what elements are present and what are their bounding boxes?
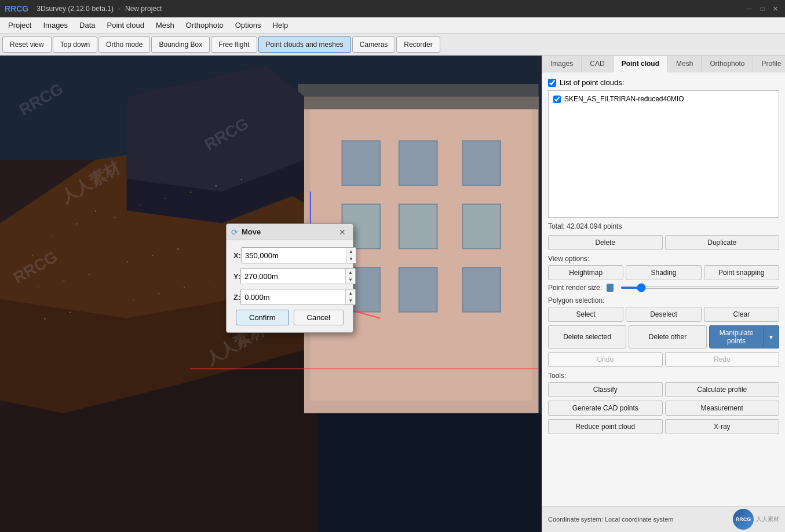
redo-button[interactable]: Redo xyxy=(665,352,780,367)
z-spinner-up[interactable]: ▲ xyxy=(346,289,355,297)
tools-label: Tools: xyxy=(548,372,779,380)
menu-images[interactable]: Images xyxy=(37,19,74,31)
viewport[interactable]: RRCG 人人素材 RRCG RRCG 人人素材 ⟳ Move ✕ X: ▲ ▼ xyxy=(0,56,542,532)
shading-button[interactable]: Shading xyxy=(626,265,701,280)
xray-button[interactable]: X-ray xyxy=(665,419,780,434)
manipulate-row: Manipulate points ▼ xyxy=(709,325,779,348)
rrcg-logo: RRCG 人人素材 xyxy=(733,509,779,530)
point-cloud-list-checkbox[interactable] xyxy=(548,79,556,87)
svg-rect-26 xyxy=(190,192,191,193)
reduce-point-cloud-button[interactable]: Reduce point cloud xyxy=(548,419,663,434)
panel-content: List of point clouds: SKEN_AS_FILTRIRAN-… xyxy=(542,72,785,506)
delete-manipulate-row: Delete selected Delete other Manipulate … xyxy=(548,325,779,348)
images-tab[interactable]: Images xyxy=(542,56,582,71)
z-spinner-down[interactable]: ▼ xyxy=(346,297,355,304)
close-btn[interactable]: ✕ xyxy=(770,3,780,14)
svg-rect-31 xyxy=(89,274,90,275)
rrcg-text: 人人素材 xyxy=(756,515,779,523)
free-flight-button[interactable]: Free flight xyxy=(211,36,257,53)
delete-button[interactable]: Delete xyxy=(548,235,663,250)
select-button[interactable]: Select xyxy=(548,307,623,322)
classify-button[interactable]: Classify xyxy=(548,382,663,397)
svg-rect-14 xyxy=(399,267,437,312)
svg-rect-45 xyxy=(209,280,210,281)
calculate-profile-button[interactable]: Calculate profile xyxy=(665,382,780,397)
menu-options[interactable]: Options xyxy=(229,19,267,31)
panel-tabs: Images CAD Point cloud Mesh Orthophoto P… xyxy=(542,56,785,72)
main-area: RRCG 人人素材 RRCG RRCG 人人素材 ⟳ Move ✕ X: ▲ ▼ xyxy=(0,56,785,532)
move-dialog-icon: ⟳ xyxy=(231,228,238,237)
cameras-button[interactable]: Cameras xyxy=(352,36,396,53)
manipulate-points-button[interactable]: Manipulate points xyxy=(709,325,764,348)
list-item: SKEN_AS_FILTRIRAN-reduced40MIO xyxy=(551,93,776,105)
cancel-button[interactable]: Cancel xyxy=(294,310,344,325)
svg-rect-25 xyxy=(165,198,166,199)
recorder-button[interactable]: Recorder xyxy=(396,36,440,53)
point-cloud-list-toggle-row: List of point clouds: xyxy=(548,78,779,87)
top-down-button[interactable]: Top down xyxy=(53,36,97,53)
minimize-btn[interactable]: ─ xyxy=(744,3,755,14)
point-snapping-button[interactable]: Point snapping xyxy=(704,265,779,280)
mesh-tab[interactable]: Mesh xyxy=(668,56,702,71)
total-points-info: Total: 42.024.094 points xyxy=(548,222,779,230)
maximize-btn[interactable]: □ xyxy=(757,3,768,14)
titlebar: RRCG 3Dsurvey (2.12.0-beta.1) - New proj… xyxy=(0,0,785,17)
heightmap-button[interactable]: Heightmap xyxy=(548,265,623,280)
move-dialog-body: X: ▲ ▼ Y: ▲ ▼ xyxy=(227,240,353,332)
manipulate-points-dropdown[interactable]: ▼ xyxy=(764,325,779,348)
svg-rect-20 xyxy=(50,236,52,237)
y-spinner-up[interactable]: ▲ xyxy=(346,269,355,276)
y-spinner-down[interactable]: ▼ xyxy=(346,276,355,284)
clear-button[interactable]: Clear xyxy=(704,307,779,322)
menu-orthophoto[interactable]: Orthophoto xyxy=(180,19,229,31)
y-label: Y: xyxy=(233,272,240,281)
point-render-size-slider[interactable] xyxy=(620,287,779,289)
delete-selected-button[interactable]: Delete selected xyxy=(548,325,626,348)
undo-button[interactable]: Undo xyxy=(548,352,663,367)
profile-tab[interactable]: Profile xyxy=(753,56,785,71)
y-input-wrap: ▲ ▼ xyxy=(240,268,356,284)
ortho-mode-button[interactable]: Ortho mode xyxy=(98,36,150,53)
point-cloud-tab[interactable]: Point cloud xyxy=(614,56,668,72)
menu-project[interactable]: Project xyxy=(2,19,37,31)
svg-rect-21 xyxy=(76,223,77,225)
svg-rect-9 xyxy=(462,141,501,185)
generate-cad-button[interactable]: Generate CAD points xyxy=(548,401,663,416)
x-spinner-up[interactable]: ▲ xyxy=(346,248,356,255)
confirm-button[interactable]: Confirm xyxy=(236,310,289,325)
cad-tab[interactable]: CAD xyxy=(582,56,613,71)
z-input[interactable] xyxy=(241,291,345,303)
move-dialog-close-btn[interactable]: ✕ xyxy=(337,226,348,238)
deselect-button[interactable]: Deselect xyxy=(626,307,701,322)
menu-point-cloud[interactable]: Point cloud xyxy=(101,19,150,31)
point-clouds-meshes-button[interactable]: Point clouds and meshes xyxy=(258,36,351,53)
svg-rect-34 xyxy=(177,248,178,250)
svg-rect-22 xyxy=(95,211,96,212)
delete-duplicate-row: Delete Duplicate xyxy=(548,235,779,250)
point-render-slider-wrap xyxy=(620,287,779,289)
measurement-button[interactable]: Measurement xyxy=(665,401,780,416)
status-bar: Coordinate system: Local coordinate syst… xyxy=(542,506,785,532)
svg-rect-23 xyxy=(114,217,115,218)
menu-mesh[interactable]: Mesh xyxy=(150,19,180,31)
x-input[interactable] xyxy=(242,250,346,262)
svg-rect-28 xyxy=(241,179,242,180)
x-spinner-down[interactable]: ▼ xyxy=(346,255,356,263)
move-dialog-title: Move xyxy=(242,228,337,236)
svg-rect-8 xyxy=(399,141,437,185)
y-field-row: Y: ▲ ▼ xyxy=(233,268,346,284)
point-cloud-item-checkbox[interactable] xyxy=(553,96,561,103)
delete-other-button[interactable]: Delete other xyxy=(629,325,707,348)
menu-help[interactable]: Help xyxy=(267,19,294,31)
reset-view-button[interactable]: Reset view xyxy=(2,36,52,53)
title-separator: - xyxy=(118,5,121,13)
duplicate-button[interactable]: Duplicate xyxy=(665,235,780,250)
point-render-size-row: Point render size: xyxy=(548,284,779,292)
y-input[interactable] xyxy=(241,270,345,282)
menu-data[interactable]: Data xyxy=(74,19,101,31)
orthophoto-tab[interactable]: Orthophoto xyxy=(702,56,753,71)
bounding-box-button[interactable]: Bounding Box xyxy=(151,36,210,53)
y-spinner: ▲ ▼ xyxy=(345,269,355,284)
dialog-buttons: Confirm Cancel xyxy=(233,310,346,325)
rrcg-circle-logo: RRCG xyxy=(733,509,754,530)
